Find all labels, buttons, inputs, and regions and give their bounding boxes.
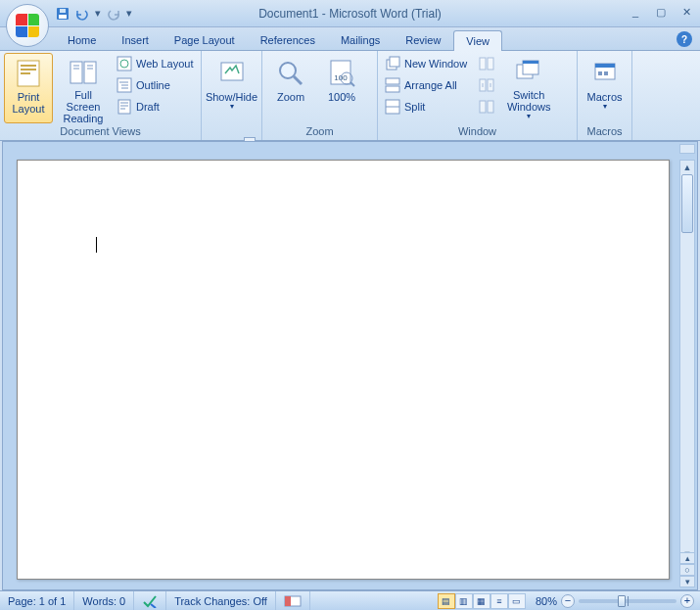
scroll-thumb[interactable]: [681, 174, 693, 233]
status-insert-mode[interactable]: [276, 591, 310, 610]
svg-rect-36: [480, 58, 486, 70]
chevron-down-icon: ▾: [230, 103, 234, 112]
browse-object-icon[interactable]: ○: [679, 564, 695, 576]
view-shortcuts: ▤ ▥ ▦ ≡ ▭: [434, 593, 530, 609]
undo-dropdown-icon[interactable]: ▾: [94, 6, 102, 22]
zoom-100-button[interactable]: 100 100%: [317, 53, 366, 123]
split-icon: [385, 99, 400, 115]
group-document-views: Print Layout Full Screen Reading Web Lay…: [0, 51, 202, 140]
draft-icon: [117, 99, 132, 115]
help-icon[interactable]: ?: [677, 31, 692, 47]
side-by-side-icon: [479, 56, 494, 71]
svg-rect-1: [59, 15, 67, 19]
web-layout-button[interactable]: Web Layout: [114, 53, 197, 74]
zoom-out-button[interactable]: −: [561, 594, 575, 608]
next-page-icon[interactable]: ▾: [679, 576, 695, 587]
group-show-hide: Show/Hide ▾ ↘: [202, 51, 262, 140]
full-screen-reading-button[interactable]: Full Screen Reading: [55, 53, 112, 123]
switch-windows-button[interactable]: Switch Windows ▾: [499, 53, 558, 123]
status-proofing[interactable]: [134, 591, 166, 610]
vertical-scrollbar[interactable]: ▲ ▼: [679, 160, 695, 562]
tab-page-layout[interactable]: Page Layout: [162, 29, 248, 50]
document-area: ▲ ▼ ▴ ○ ▾: [2, 141, 698, 590]
svg-rect-44: [523, 61, 538, 64]
svg-rect-4: [21, 65, 36, 67]
reset-window-button[interactable]: [476, 96, 497, 117]
split-button[interactable]: Split: [382, 96, 470, 117]
outline-label: Outline: [136, 79, 170, 91]
outline-button[interactable]: Outline: [114, 74, 197, 96]
tab-review[interactable]: Review: [393, 29, 453, 50]
view-full-reading-icon[interactable]: ▥: [455, 593, 473, 609]
draft-label: Draft: [136, 101, 160, 113]
status-page[interactable]: Page: 1 of 1: [0, 591, 74, 610]
tab-references[interactable]: References: [248, 29, 328, 50]
split-label: Split: [404, 101, 425, 113]
zoom-slider[interactable]: [579, 599, 677, 603]
redo-icon[interactable]: [106, 6, 121, 22]
svg-rect-46: [595, 64, 615, 68]
document-page[interactable]: [17, 160, 670, 580]
status-track-changes[interactable]: Track Changes: Off: [166, 591, 276, 610]
svg-rect-31: [390, 57, 399, 67]
zoom-percent[interactable]: 80%: [536, 595, 557, 607]
prev-page-icon[interactable]: ▴: [679, 552, 695, 564]
show-hide-button[interactable]: Show/Hide ▾: [208, 53, 257, 123]
svg-rect-6: [21, 72, 30, 74]
zoom-in-button[interactable]: +: [680, 594, 694, 608]
svg-rect-33: [386, 86, 399, 92]
status-bar: Page: 1 of 1 Words: 0 Track Changes: Off…: [0, 590, 700, 610]
zoom-icon: [275, 58, 306, 89]
new-window-button[interactable]: New Window: [382, 53, 470, 74]
zoom-button[interactable]: Zoom: [266, 53, 315, 123]
reset-window-icon: [479, 99, 494, 115]
arrange-all-icon: [385, 77, 400, 93]
tab-home[interactable]: Home: [55, 29, 109, 50]
group-zoom: Zoom 100 100% Zoom: [262, 51, 378, 140]
save-icon[interactable]: [55, 6, 70, 22]
zoom-control: 80% − +: [530, 594, 700, 608]
print-layout-label: Print Layout: [7, 91, 50, 115]
chevron-down-icon: ▾: [527, 113, 531, 121]
group-label-window: Window: [382, 124, 573, 138]
view-draft-icon[interactable]: ▭: [508, 593, 526, 609]
web-layout-icon: [117, 56, 132, 71]
svg-rect-19: [118, 100, 130, 114]
undo-icon[interactable]: [74, 6, 90, 22]
group-window: New Window Arrange All Split: [378, 51, 578, 140]
svg-rect-40: [480, 101, 486, 113]
text-cursor: [96, 237, 97, 253]
group-label-macros: Macros: [582, 124, 628, 138]
view-web-icon[interactable]: ▦: [473, 593, 490, 609]
status-words[interactable]: Words: 0: [74, 591, 134, 610]
minimize-button[interactable]: _: [628, 4, 643, 20]
arrange-all-button[interactable]: Arrange All: [382, 74, 470, 96]
svg-rect-7: [70, 62, 82, 83]
zoom-slider-thumb[interactable]: [618, 595, 626, 607]
tab-mailings[interactable]: Mailings: [328, 29, 393, 50]
view-print-layout-icon[interactable]: ▤: [438, 593, 455, 609]
scroll-up-icon[interactable]: ▲: [680, 161, 694, 174]
group-label-show-hide: ↘: [206, 136, 257, 138]
switch-windows-icon: [513, 58, 544, 87]
draft-button[interactable]: Draft: [114, 96, 197, 117]
office-button[interactable]: [6, 4, 49, 47]
restore-button[interactable]: ▢: [653, 4, 669, 20]
group-label-zoom: Zoom: [266, 124, 373, 138]
sync-scroll-button[interactable]: [476, 74, 497, 96]
qat-customize-icon[interactable]: ▾: [125, 6, 133, 22]
tab-insert[interactable]: Insert: [109, 29, 162, 50]
svg-rect-37: [488, 58, 493, 70]
tab-view[interactable]: View: [453, 30, 502, 51]
group-label-document-views: Document Views: [4, 124, 197, 138]
split-handle[interactable]: [679, 144, 695, 154]
svg-rect-5: [21, 69, 36, 70]
close-button[interactable]: ✕: [678, 4, 694, 20]
view-side-by-side-button[interactable]: [476, 53, 497, 74]
zoom-100-label: 100%: [328, 91, 355, 103]
macros-button[interactable]: Macros ▾: [582, 53, 628, 123]
svg-line-25: [294, 76, 302, 84]
ribbon: Print Layout Full Screen Reading Web Lay…: [0, 51, 700, 141]
print-layout-button[interactable]: Print Layout: [4, 53, 53, 123]
view-outline-icon[interactable]: ≡: [490, 593, 508, 609]
